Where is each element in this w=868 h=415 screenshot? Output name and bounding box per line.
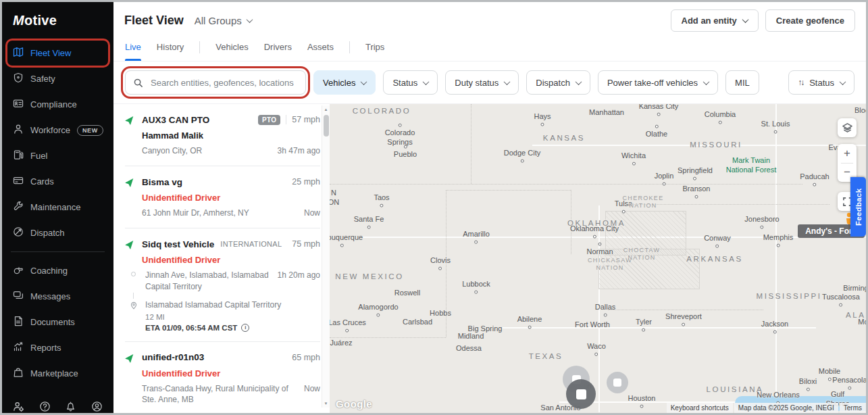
map-city-dot [380, 203, 384, 207]
map-city-label: Dodge City [504, 149, 540, 164]
sidebar-item-messages[interactable]: Messages [8, 285, 107, 308]
map-city-label: Carlsbad [403, 318, 432, 327]
help-icon[interactable] [39, 401, 51, 415]
map-city-label: Norman [586, 241, 613, 257]
account-icon[interactable] [91, 401, 103, 415]
sidebar-nav: Fleet ViewSafetyComplianceWorkforceNEWFu… [2, 35, 113, 391]
map[interactable]: COLORADOKANSASMISSOURIOKLAHOMANEW MEXICO… [330, 104, 866, 413]
list-scrollbar[interactable]: ▲ ▼ [322, 105, 330, 408]
map-city-dot [598, 243, 602, 246]
vehicle-name: unified-r01n03 [142, 352, 204, 362]
sidebar-item-maintenance[interactable]: Maintenance [8, 195, 107, 219]
filter-chip-vehicles[interactable]: Vehicles [313, 70, 376, 95]
map-city-dot [367, 225, 370, 228]
map-city-dot [806, 387, 809, 391]
map-city-label: Biloxi [799, 377, 817, 393]
create-geofence-button[interactable]: Create geofence [765, 9, 855, 32]
sidebar-item-safety[interactable]: Safety [8, 67, 107, 91]
sidebar-item-dispatch[interactable]: Dispatch [8, 221, 107, 245]
map-city-dot [813, 182, 817, 186]
card-icon [13, 175, 24, 188]
vehicle-location: Trans-Canada Hwy, Rural Municipality of … [142, 383, 299, 405]
map-label-text: LOUISIANA [707, 385, 764, 394]
map-label-text: Biloxi [799, 377, 817, 387]
terms-link[interactable]: Terms [840, 403, 866, 413]
scroll-down-arrow-icon[interactable]: ▼ [324, 399, 328, 408]
sidebar-item-fleet-view[interactable]: Fleet View [8, 41, 107, 65]
group-selector[interactable]: All Groups [195, 15, 252, 26]
state-border [608, 310, 763, 310]
keyboard-shortcuts-link[interactable]: Keyboard shortcuts [667, 403, 733, 413]
bell-icon[interactable] [65, 401, 76, 415]
tab-drivers[interactable]: Drivers [264, 33, 292, 61]
tab-history[interactable]: History [157, 33, 184, 61]
map-layers-button[interactable] [838, 118, 857, 137]
map-label-text: Abilene [517, 315, 542, 324]
vehicle-row-header: AUX3 CAN PTOPTO57 mph [125, 114, 320, 125]
map-city-label: Lubbock [462, 280, 490, 295]
map-label-text: Shreveport [665, 312, 702, 322]
search-input[interactable] [149, 77, 298, 89]
tab-divider [199, 41, 200, 53]
sidebar-item-reports[interactable]: Reports [8, 336, 107, 360]
user-gear-icon[interactable] [13, 401, 24, 415]
chevron-down-icon [840, 78, 846, 85]
map-city-label: Alamogordo [358, 303, 398, 318]
layers-icon [842, 122, 853, 134]
vehicle-driver: Unidentified Driver [142, 368, 320, 379]
sidebar-item-documents[interactable]: Documents [8, 310, 107, 334]
map-city-label: Jonesboro [744, 215, 779, 230]
tab-live[interactable]: Live [125, 33, 141, 61]
tab-assets[interactable]: Assets [307, 33, 334, 61]
vehicle-cluster-marker[interactable] [566, 379, 596, 409]
map-label-text: Las Cruces [330, 318, 366, 328]
shield-icon [13, 72, 24, 85]
bag-icon [13, 367, 24, 380]
map-city-label: Columbia [705, 110, 736, 126]
map-label-text: Taos [374, 193, 389, 203]
map-city-dot [345, 328, 349, 332]
sidebar-item-fuel[interactable]: Fuel [8, 144, 107, 168]
zoom-in-button[interactable]: + [838, 144, 857, 163]
scrollbar-thumb[interactable] [324, 115, 329, 137]
map-city-label: Wichita [621, 151, 646, 167]
vehicle-cluster-marker[interactable] [607, 372, 628, 393]
map-city-dot [520, 159, 524, 162]
filter-chip-duty-status[interactable]: Duty status [445, 70, 519, 95]
add-an-entity-button[interactable]: Add an entity [671, 9, 759, 32]
vehicle-row-sidq-test-vehicle[interactable]: Sidq test VehicleINTERNATIONAL75 mphUnid… [125, 228, 320, 342]
tab-vehicles[interactable]: Vehicles [215, 33, 248, 61]
sidebar-item-cards[interactable]: Cards [8, 170, 107, 193]
vehicle-row-bisma-vg[interactable]: Bisma vg25 mphUnidentified Driver61 John… [125, 166, 320, 228]
main-area: Fleet View All Groups Add an entity Crea… [113, 2, 866, 413]
filter-chip-status[interactable]: Status [383, 70, 438, 95]
map-label-text: CHOCTAW NATION [623, 247, 661, 262]
feedback-tab[interactable]: Feedback [850, 177, 866, 237]
filter-chip-mil[interactable]: MIL [725, 70, 759, 95]
map-label-text: Jonesboro [744, 215, 779, 224]
vehicle-row-unified-r01n03[interactable]: unified-r01n0365 mphUnidentified DriverT… [125, 342, 320, 406]
sidebar-item-coaching[interactable]: Coaching [8, 259, 107, 283]
map-label-text: Santa Fe [354, 215, 384, 224]
scroll-up-arrow-icon[interactable]: ▲ [324, 105, 328, 114]
map-label-text: Mobile [819, 367, 840, 376]
sort-control[interactable]: ↑↓ Status [788, 70, 854, 95]
sidebar-item-compliance[interactable]: Compliance [8, 93, 107, 116]
map-label-text: Alamogordo [358, 303, 398, 312]
map-city-label: Clovis [430, 256, 451, 272]
filter-chip-power-take-off-vehicles[interactable]: Power take-off vehicles [598, 70, 718, 95]
vehicle-row-aux3-can-pto[interactable]: AUX3 CAN PTOPTO57 mphHammad MalikCanyon … [125, 104, 320, 166]
new-badge: NEW [77, 125, 103, 136]
map-city-label: Springfield [678, 166, 713, 182]
badge-speed-divider [286, 115, 286, 124]
map-city-dot [719, 120, 722, 124]
chevron-down-icon [504, 78, 511, 85]
search-box[interactable] [125, 70, 306, 95]
tab-trips[interactable]: Trips [365, 33, 384, 61]
map-state-label: MISSOURI [690, 140, 742, 149]
sidebar-item-marketplace[interactable]: Marketplace [8, 362, 107, 385]
filter-chip-dispatch[interactable]: Dispatch [526, 70, 590, 95]
sidebar-item-workforce[interactable]: WorkforceNEW [8, 118, 107, 142]
pto-badge: PTO [258, 115, 280, 125]
vehicle-row-header: Bisma vg25 mph [125, 176, 320, 187]
